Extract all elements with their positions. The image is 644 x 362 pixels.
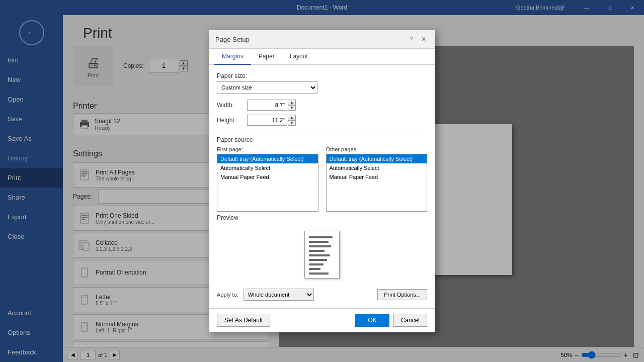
modal-help-button[interactable]: ?: [406, 34, 416, 44]
modal-body: Paper size: Custom size Letter Legal A4 …: [209, 65, 435, 308]
ok-button[interactable]: OK: [355, 314, 389, 327]
modal-title: Page Setup: [215, 36, 250, 43]
other-pages-item-0[interactable]: Default tray (Automatically Select): [327, 154, 427, 163]
page-setup-modal: Page Setup ? ✕ Margins Paper Layout Pape…: [209, 30, 435, 332]
paper-size-row: Paper size: Custom size Letter Legal A4: [217, 72, 427, 94]
print-options-button[interactable]: Print Options...: [377, 289, 427, 300]
tab-layout[interactable]: Layout: [282, 49, 315, 65]
preview-page: [304, 231, 340, 279]
modal-controls: ? ✕: [406, 34, 429, 44]
first-page-item-0[interactable]: Default tray (Automatically Select): [217, 154, 318, 163]
modal-overlay: Page Setup ? ✕ Margins Paper Layout Pape…: [0, 0, 644, 362]
width-input-group: ▲ ▼: [247, 100, 296, 111]
first-page-list[interactable]: Default tray (Automatically Select) Auto…: [217, 154, 318, 212]
set-default-button[interactable]: Set As Default: [217, 314, 270, 327]
preview-section: Preview: [217, 214, 427, 285]
preview-label: Preview: [217, 214, 427, 221]
first-page-item-2[interactable]: Manual Paper Feed: [217, 172, 318, 182]
footer-buttons: OK Cancel: [355, 314, 427, 327]
paper-source-section: Paper source First page: Default tray (A…: [217, 136, 427, 212]
paper-size-select[interactable]: Custom size Letter Legal A4: [217, 81, 317, 94]
modal-footer: Set As Default OK Cancel: [209, 308, 435, 332]
width-label: Width:: [217, 102, 239, 109]
modal-close-button[interactable]: ✕: [419, 34, 429, 44]
height-up[interactable]: ▲: [288, 115, 296, 120]
other-pages-col: Other pages: Default tray (Automatically…: [326, 146, 428, 212]
other-pages-list[interactable]: Default tray (Automatically Select) Auto…: [326, 154, 428, 212]
other-pages-item-2[interactable]: Manual Paper Feed: [327, 172, 427, 182]
width-spinners: ▲ ▼: [288, 100, 296, 111]
width-down[interactable]: ▼: [288, 105, 296, 111]
other-pages-label: Other pages:: [326, 146, 428, 152]
tab-bar: Margins Paper Layout: [209, 49, 435, 65]
modal-titlebar: Page Setup ? ✕: [209, 30, 435, 49]
tab-paper[interactable]: Paper: [251, 49, 282, 65]
apply-to-label: Apply to:: [217, 292, 238, 298]
height-spinners: ▲ ▼: [288, 115, 296, 126]
first-page-col: First page: Default tray (Automatically …: [217, 146, 318, 212]
height-input-group: ▲ ▼: [247, 115, 296, 126]
height-row: Height: ▲ ▼: [217, 115, 427, 126]
width-up[interactable]: ▲: [288, 100, 296, 105]
first-page-item-1[interactable]: Automatically Select: [217, 163, 318, 172]
tab-margins[interactable]: Margins: [214, 49, 251, 65]
preview-lines: [305, 231, 339, 280]
apply-to-select[interactable]: Whole document This section This point f…: [244, 289, 314, 301]
height-down[interactable]: ▼: [288, 120, 296, 126]
height-input[interactable]: [247, 115, 287, 126]
paper-source-label: Paper source: [217, 136, 427, 143]
paper-size-label: Paper size:: [217, 72, 427, 79]
width-input[interactable]: [247, 100, 287, 111]
other-pages-item-1[interactable]: Automatically Select: [327, 163, 427, 172]
dimensions-row: Width: ▲ ▼: [217, 100, 427, 111]
apply-to-row: Apply to: Whole document This section Th…: [217, 289, 427, 301]
first-page-label: First page:: [217, 146, 318, 152]
source-columns: First page: Default tray (Automatically …: [217, 146, 427, 212]
cancel-button[interactable]: Cancel: [393, 314, 427, 327]
preview-box: [217, 224, 427, 285]
height-label: Height:: [217, 117, 239, 124]
